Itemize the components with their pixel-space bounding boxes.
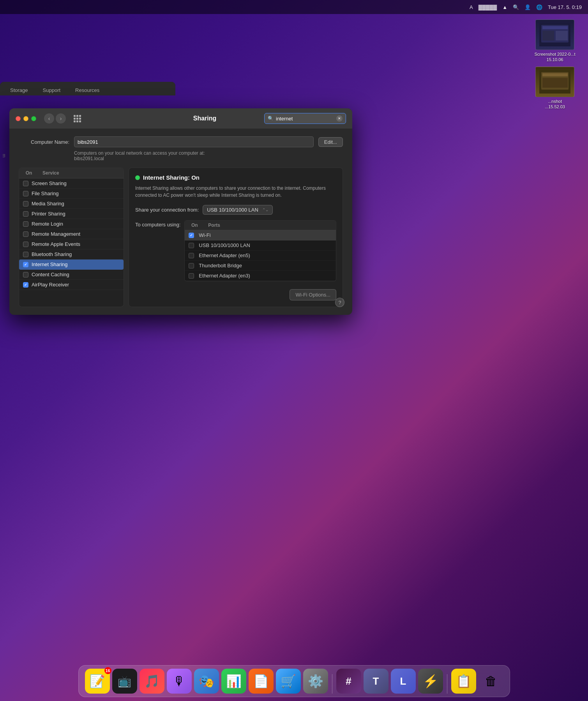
menubar-battery: ▓▓▓▓▓ [479,4,497,10]
port-row-ethernet-en5[interactable]: Ethernet Adapter (en5) [185,251,336,261]
service-row-file-sharing[interactable]: File Sharing [19,189,124,199]
traffic-lights [16,116,36,121]
bg-window-tabs: Storage Support Resources [0,82,175,95]
keynote-icon: 🎭 [199,674,214,689]
service-checkbox-airplay-receiver[interactable] [23,282,28,288]
dock-item-notes[interactable]: 📝 16 [85,669,110,694]
bg-tab-support[interactable]: Support [36,85,68,95]
port-row-wifi[interactable]: Wi-Fi [185,230,336,240]
port-name-ethernet-en3: Ethernet Adapter (en3) [199,273,250,279]
service-checkbox-bluetooth-sharing[interactable] [23,252,28,257]
port-row-usb[interactable]: USB 10/100/1000 LAN [185,240,336,251]
service-checkbox-media-sharing[interactable] [23,201,28,207]
menubar-search[interactable]: 🔍 [513,4,519,10]
dock-item-clipboard[interactable]: 📋 [451,669,476,694]
dock-item-appletv[interactable]: 📺 [112,669,137,694]
notes-badge: 16 [104,667,111,674]
dropdown-arrow-icon: ⌃⌄ [262,208,268,212]
search-box[interactable]: 🔍 internet ✕ [264,113,346,124]
slack-icon: # [346,675,351,687]
port-name-ethernet-en5: Ethernet Adapter (en5) [199,253,250,258]
port-row-thunderbolt[interactable]: Thunderbolt Bridge [185,261,336,271]
service-row-bluetooth-sharing[interactable]: Bluetooth Sharing [19,249,124,260]
service-checkbox-printer-sharing[interactable] [23,211,28,217]
edit-button[interactable]: Edit... [318,137,343,147]
service-row-media-sharing[interactable]: Media Sharing [19,199,124,209]
service-name-media-sharing: Media Sharing [32,201,64,207]
back-button[interactable]: ‹ [44,113,54,124]
bg-tab-storage[interactable]: Storage [3,85,35,95]
computer-name-input[interactable] [74,136,314,147]
bg-tab-resources[interactable]: Resources [68,85,106,95]
service-row-remote-login[interactable]: Remote Login [19,219,124,229]
menubar-user[interactable]: 👤 [524,4,531,10]
status-title: Internet Sharing: On [143,174,200,181]
port-checkbox-wifi[interactable] [189,233,194,238]
status-description: Internet Sharing allows other computers … [135,185,336,199]
compressor-icon: ⚡ [423,674,438,689]
wifi-options-button[interactable]: Wi-Fi Options... [290,289,336,300]
dock-item-trash[interactable]: 🗑 [479,669,503,694]
sysprefs-icon: ⚙️ [308,674,323,689]
dock-item-linear[interactable]: L [391,669,416,694]
service-checkbox-remote-management[interactable] [23,231,28,237]
service-row-internet-sharing[interactable]: Internet Sharing [19,260,124,270]
service-name-airplay-receiver: AirPlay Receiver [32,282,69,288]
dock-item-numbers[interactable]: 📊 [221,669,246,694]
port-name-usb: USB 10/100/1000 LAN [199,242,250,248]
linear-icon: L [400,675,406,687]
port-checkbox-usb[interactable] [189,243,194,248]
service-checkbox-screen-sharing[interactable] [23,181,28,186]
status-row: Internet Sharing: On [135,174,336,181]
search-clear-button[interactable]: ✕ [336,115,343,122]
dock-item-podcasts[interactable]: 🎙 [167,669,192,694]
service-checkbox-remote-login[interactable] [23,221,28,227]
share-from-label: Share your connection from: [135,207,199,213]
share-from-select[interactable]: USB 10/100/1000 LAN ⌃⌄ [203,205,273,215]
service-checkbox-file-sharing[interactable] [23,191,28,196]
fullscreen-button[interactable] [31,116,36,121]
dock-item-slack[interactable]: # [336,669,361,694]
service-row-remote-management[interactable]: Remote Management [19,229,124,239]
teams-icon: T [373,675,379,687]
forward-button[interactable]: › [56,113,66,124]
close-button[interactable] [16,116,21,121]
service-name-internet-sharing: Internet Sharing [32,261,68,267]
dock-item-pages[interactable]: 📄 [249,669,274,694]
service-row-content-caching[interactable]: Content Caching [19,270,124,280]
port-checkbox-ethernet-en3[interactable] [189,273,194,279]
port-checkbox-ethernet-en5[interactable] [189,253,194,258]
help-button[interactable]: ? [335,298,344,307]
menubar-datetime: Tue 17. 5. 0:19 [548,4,582,10]
dock-item-music[interactable]: 🎵 [139,669,164,694]
port-checkbox-thunderbolt[interactable] [189,263,194,268]
dock-divider-2 [447,674,447,694]
minimize-button[interactable] [23,116,28,121]
service-row-remote-apple-events[interactable]: Remote Apple Events [19,239,124,249]
search-input[interactable]: internet [276,116,334,122]
dock-item-teams[interactable]: T [364,669,388,694]
service-checkbox-content-caching[interactable] [23,272,28,277]
notes-icon: 📝 [90,674,105,689]
service-row-airplay-receiver[interactable]: AirPlay Receiver [19,280,124,290]
service-checkbox-internet-sharing[interactable] [23,262,28,267]
apps-grid-button[interactable] [72,113,82,124]
dock-item-keynote[interactable]: 🎭 [194,669,219,694]
service-name-file-sharing: File Sharing [32,191,58,196]
sidebar-text: m [2,154,7,158]
dock-item-compressor[interactable]: ⚡ [418,669,443,694]
podcasts-icon: 🎙 [173,674,185,689]
menubar-siri[interactable]: 🌐 [536,4,542,10]
nav-buttons: ‹ › [44,113,66,124]
service-checkbox-remote-apple-events[interactable] [23,242,28,247]
service-row-printer-sharing[interactable]: Printer Sharing [19,209,124,219]
local-name-text: Computers on your local network can acce… [74,150,343,161]
svg-rect-3 [542,31,554,41]
dock-item-appstore[interactable]: 🛒 [276,669,301,694]
service-row-screen-sharing[interactable]: Screen Sharing [19,178,124,189]
main-panel: On Service Screen Sharing File Sharing M… [19,168,343,307]
port-row-ethernet-en3[interactable]: Ethernet Adapter (en3) [185,271,336,281]
dock-item-sysprefs[interactable]: ⚙️ [303,669,328,694]
desktop-icon-screenshot2[interactable]: ...nshot...15.52.03 [535,67,574,110]
desktop-icon-screenshot1[interactable]: Screenshot 2022-0...t 15.10.06 [533,19,576,63]
